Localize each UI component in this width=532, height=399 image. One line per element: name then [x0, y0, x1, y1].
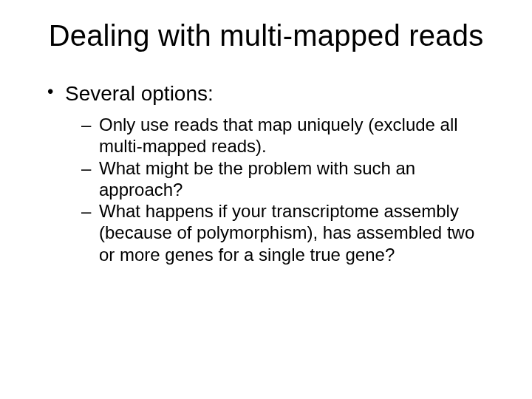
list-item: What might be the problem with such an a… — [81, 157, 488, 201]
bullet-text: Several options: — [65, 82, 214, 105]
bullet-text: Only use reads that map uniquely (exclud… — [99, 115, 458, 156]
bullet-text: What happens if your transcriptome assem… — [99, 201, 474, 265]
list-item: Only use reads that map uniquely (exclud… — [81, 114, 488, 157]
list-item: Several options: Only use reads that map… — [44, 81, 488, 265]
slide-body: Several options: Only use reads that map… — [0, 52, 532, 265]
list-item: What happens if your transcriptome assem… — [81, 200, 488, 265]
slide: Dealing with multi-mapped reads Several … — [0, 0, 532, 399]
bullet-text: What might be the problem with such an a… — [99, 158, 415, 200]
bullet-list-level1: Several options: Only use reads that map… — [44, 81, 488, 265]
slide-title: Dealing with multi-mapped reads — [0, 0, 532, 52]
bullet-list-level2: Only use reads that map uniquely (exclud… — [65, 114, 488, 265]
